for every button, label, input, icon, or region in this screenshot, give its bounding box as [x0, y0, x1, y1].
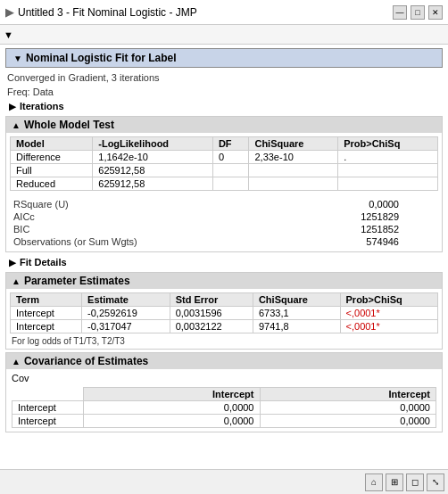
- aicc-value: 1251829: [174, 211, 435, 222]
- param-row2-estimate: -0,317047: [82, 320, 170, 333]
- window-controls: — □ ✕: [393, 5, 443, 20]
- cell-diff-loglik: 1,1642e-10: [93, 151, 213, 164]
- param-row1-stderr: 0,0031596: [170, 307, 253, 320]
- close-button[interactable]: ✕: [428, 5, 443, 20]
- nominal-logistic-triangle[interactable]: ▼: [13, 54, 22, 63]
- toolbar: ▼: [0, 25, 448, 45]
- covariance-title: Covariance of Estimates: [24, 355, 148, 367]
- covariance-triangle[interactable]: ▲: [12, 357, 21, 366]
- parameter-estimates-content: Term Estimate Std Error ChiSquare Prob>C…: [6, 289, 442, 349]
- rsquare-row: RSquare (U) 0,0000: [10, 198, 438, 210]
- iterations-section: ▶ Iterations: [5, 99, 443, 113]
- cell-diff-df: 0: [212, 151, 249, 164]
- param-row2-prob: <,0001*: [340, 320, 437, 333]
- cov-label: Cov: [12, 373, 29, 383]
- parameter-estimates-header: ▲ Parameter Estimates: [6, 273, 442, 289]
- cov-row1-label: Intercept: [12, 401, 84, 415]
- param-row2-stderr: 0,0032122: [170, 320, 253, 333]
- fit-details-triangle[interactable]: ▶: [9, 258, 16, 268]
- toolbar-triangle[interactable]: ▼: [4, 29, 13, 40]
- col-model: Model: [11, 137, 93, 151]
- cell-full-model: Full: [11, 164, 93, 177]
- cell-diff-prob: .: [338, 151, 438, 164]
- title-bar-left: ▶ Untitled 3 - Fit Nominal Logistic - JM…: [5, 5, 197, 19]
- cov-row1: Intercept 0,0000 0,0000: [12, 401, 436, 415]
- param-row2-chisq: 9741,8: [253, 320, 340, 333]
- cov-col-empty: [12, 388, 84, 401]
- window-title: Untitled 3 - Fit Nominal Logistic - JMP: [18, 6, 197, 19]
- bic-value: 1251852: [174, 224, 435, 235]
- cov-row1-val2: 0,0000: [260, 401, 436, 415]
- cell-diff-chisq: 2,33e-10: [249, 151, 338, 164]
- col-chisq: ChiSquare: [249, 137, 338, 151]
- param-table-wrap: Term Estimate Std Error ChiSquare Prob>C…: [10, 292, 438, 333]
- cov-row1-val1: 0,0000: [84, 401, 261, 415]
- cov-row2-val2: 0,0000: [260, 415, 436, 428]
- house-button[interactable]: ⌂: [365, 473, 383, 491]
- cell-reduced-chisq: [249, 177, 338, 191]
- converged-text: Converged in Gradient, 3 iterations: [5, 70, 443, 85]
- window-button[interactable]: ◻: [406, 473, 424, 491]
- param-row1-term: Intercept: [11, 307, 82, 320]
- obs-value: 574946: [174, 236, 435, 247]
- cell-reduced-df: [212, 177, 249, 191]
- param-row1-prob: <,0001*: [340, 307, 437, 320]
- iterations-label: Iterations: [20, 101, 64, 111]
- cell-reduced-prob: [338, 177, 438, 191]
- obs-label: Observations (or Sum Wgts): [13, 236, 174, 247]
- cov-row2: Intercept 0,0000 0,0000: [12, 415, 436, 428]
- status-bar: ⌂ ⊞ ◻ ⤡: [0, 469, 448, 494]
- table-row: Full 625912,58: [11, 164, 438, 177]
- whole-model-box: ▲ Whole Model Test Model -LogLikelihood …: [5, 116, 443, 252]
- cell-full-prob: [338, 164, 438, 177]
- param-col-prob: Prob>ChiSq: [340, 293, 437, 307]
- app-icon: ▶: [5, 5, 14, 19]
- whole-model-table: Model -LogLikelihood DF ChiSquare Prob>C…: [10, 136, 438, 191]
- whole-model-header: ▲ Whole Model Test: [6, 117, 442, 133]
- covariance-content: Cov Intercept Intercept: [6, 369, 442, 432]
- nominal-logistic-header: ▼ Nominal Logistic Fit for Label: [5, 48, 443, 68]
- cell-full-df: [212, 164, 249, 177]
- log-odds-note: For log odds of T1/T3, T2/T3: [6, 335, 442, 347]
- param-col-estimate: Estimate: [82, 293, 170, 307]
- param-row1-chisq: 6733,1: [253, 307, 340, 320]
- aicc-row: AICc 1251829: [10, 210, 438, 223]
- cov-table-wrap: Intercept Intercept Intercept 0,0000 0,0…: [6, 385, 442, 430]
- fit-details-section: ▶ Fit Details: [5, 255, 443, 269]
- minimize-button[interactable]: —: [393, 5, 407, 20]
- param-col-stderr: Std Error: [170, 293, 253, 307]
- covariance-header: ▲ Covariance of Estimates: [6, 353, 442, 369]
- col-df: DF: [212, 137, 249, 151]
- parameter-estimates-triangle[interactable]: ▲: [12, 276, 21, 286]
- cell-reduced-loglik: 625912,58: [93, 177, 213, 191]
- cell-reduced-model: Reduced: [11, 177, 93, 191]
- main-content: ▼ Nominal Logistic Fit for Label Converg…: [0, 45, 448, 469]
- param-col-term: Term: [11, 293, 82, 307]
- bic-label: BIC: [13, 224, 174, 235]
- resize-button[interactable]: ⤡: [427, 473, 444, 491]
- iterations-triangle[interactable]: ▶: [9, 102, 16, 111]
- whole-model-triangle[interactable]: ▲: [12, 120, 21, 130]
- nominal-logistic-content: Converged in Gradient, 3 iterations Freq…: [5, 70, 443, 432]
- table-row: Reduced 625912,58: [11, 177, 438, 191]
- whole-model-stats: RSquare (U) 0,0000 AICc 1251829 BIC 1251…: [6, 194, 442, 250]
- covariance-box: ▲ Covariance of Estimates Cov Intercept …: [5, 352, 443, 432]
- title-bar: ▶ Untitled 3 - Fit Nominal Logistic - JM…: [0, 0, 448, 25]
- cov-col-h2: Intercept: [260, 388, 436, 401]
- grid-button[interactable]: ⊞: [386, 473, 403, 491]
- bic-row: BIC 1251852: [10, 223, 438, 235]
- cell-full-loglik: 625912,58: [93, 164, 213, 177]
- cov-row2-label: Intercept: [12, 415, 84, 428]
- cov-table: Intercept Intercept Intercept 0,0000 0,0…: [12, 387, 436, 428]
- cov-col-h1: Intercept: [84, 388, 261, 401]
- cell-full-chisq: [249, 164, 338, 177]
- param-row2-term: Intercept: [11, 320, 82, 333]
- aicc-label: AICc: [13, 211, 174, 222]
- cov-label-row: Cov: [6, 371, 442, 385]
- rsquare-label: RSquare (U): [13, 199, 174, 210]
- parameter-estimates-box: ▲ Parameter Estimates Term Estimate Std …: [5, 272, 443, 350]
- maximize-button[interactable]: □: [411, 5, 425, 20]
- param-row1-estimate: -0,2592619: [82, 307, 170, 320]
- freq-text: Freq: Data: [5, 85, 443, 99]
- col-loglik: -LogLikelihood: [93, 137, 213, 151]
